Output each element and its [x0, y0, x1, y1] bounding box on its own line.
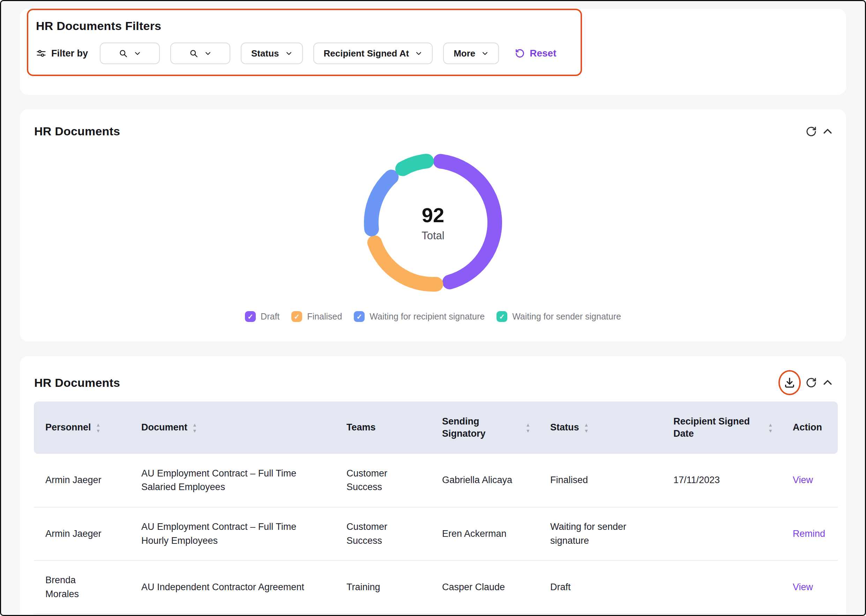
cell-status: Draft	[539, 561, 662, 614]
legend-label: Waiting for sender signature	[512, 311, 621, 322]
filters-title: HR Documents Filters	[36, 19, 572, 33]
column-header-sending-signatory[interactable]: Sending Signatory▲▼	[431, 401, 539, 454]
reset-icon	[515, 49, 525, 58]
sort-icon[interactable]: ▲▼	[584, 423, 589, 433]
table-body: Armin JaegerAU Employment Contract – Ful…	[34, 454, 838, 614]
total-value: 92	[422, 203, 445, 227]
refresh-button[interactable]	[806, 126, 817, 137]
cell-action: View	[781, 454, 838, 507]
table-card: HR Documents	[20, 356, 846, 616]
chevron-down-icon	[415, 50, 422, 57]
cell-recipient-signed-date	[662, 561, 781, 614]
column-header-document[interactable]: Document▲▼	[130, 401, 335, 454]
dropdown-label: More	[454, 48, 475, 59]
chevron-down-icon	[285, 50, 292, 57]
sliders-icon	[36, 48, 46, 58]
sort-icon[interactable]: ▲▼	[192, 423, 197, 433]
chart-card: HR Documents 92 Total	[20, 109, 846, 341]
sort-icon[interactable]: ▲▼	[768, 423, 773, 433]
column-label: Teams	[346, 421, 376, 434]
legend-checkbox[interactable]: ✓	[354, 311, 365, 322]
chevron-down-icon	[134, 50, 141, 57]
sort-icon[interactable]: ▲▼	[96, 423, 101, 433]
legend-checkbox[interactable]: ✓	[497, 311, 507, 322]
cell-recipient-signed-date	[662, 507, 781, 561]
chart-card-title: HR Documents	[34, 124, 120, 138]
reset-label: Reset	[530, 48, 556, 59]
filter-by: Filter by	[36, 48, 88, 59]
refresh-icon	[806, 377, 817, 388]
cell-action: Remind	[781, 507, 838, 561]
cell-document: AU Independent Contractor Agreement	[130, 561, 335, 614]
hr-documents-table: Personnel▲▼Document▲▼TeamsSending Signat…	[34, 401, 838, 614]
action-link-view[interactable]: View	[793, 475, 813, 485]
action-link-remind[interactable]: Remind	[793, 528, 825, 539]
legend-item-waiting-for-sender-signature: ✓Waiting for sender signature	[497, 311, 621, 322]
download-button[interactable]	[784, 377, 795, 388]
cell-sending-signatory: Gabriella Alicaya	[431, 454, 539, 507]
chart-card-actions	[806, 126, 833, 137]
column-label: Recipient Signed Date	[673, 415, 763, 440]
legend-item-finalised: ✓Finalised	[291, 311, 342, 322]
table-card-actions	[778, 370, 833, 395]
column-header-teams: Teams	[335, 401, 431, 454]
cell-personnel: Brenda Morales	[34, 561, 130, 614]
filter-dropdown-more[interactable]: More	[443, 42, 499, 64]
filter-dropdowns: StatusRecipient Signed AtMore	[100, 42, 499, 64]
total-label: Total	[421, 229, 444, 242]
table-row: Armin JaegerAU Employment Contract – Ful…	[34, 454, 838, 507]
sort-icon[interactable]: ▲▼	[525, 423, 530, 433]
donut-center: 92 Total	[356, 146, 510, 299]
page: HR Documents Filters Filter by StatusRec…	[0, 0, 866, 616]
refresh-button[interactable]	[806, 377, 817, 388]
cell-sending-signatory: Casper Claude	[431, 561, 539, 614]
filter-dropdown-search-1[interactable]	[100, 42, 160, 64]
chevron-down-icon	[204, 50, 211, 57]
cell-personnel: Armin Jaeger	[34, 454, 130, 507]
column-header-status[interactable]: Status▲▼	[539, 401, 662, 454]
chart-legend: ✓Draft✓Finalised✓Waiting for recipient s…	[20, 311, 846, 322]
chevron-down-icon	[481, 50, 489, 57]
cell-teams: Customer Success	[335, 507, 431, 561]
cell-action: View	[781, 561, 838, 614]
cell-status: Waiting for sender signature	[539, 507, 662, 561]
action-link-view[interactable]: View	[793, 582, 813, 592]
filters-card: HR Documents Filters Filter by StatusRec…	[20, 9, 846, 95]
cell-document: AU Employment Contract – Full Time Hourl…	[130, 507, 335, 561]
cell-sending-signatory: Eren Ackerman	[431, 507, 539, 561]
search-icon	[119, 49, 128, 58]
filter-dropdown-search-2[interactable]	[170, 42, 230, 64]
filter-row: Filter by StatusRecipient Signed AtMore …	[36, 42, 572, 64]
legend-label: Finalised	[307, 311, 342, 322]
donut-chart: 92 Total	[356, 146, 510, 299]
chevron-up-icon	[822, 377, 833, 388]
table-card-title: HR Documents	[34, 376, 120, 390]
filter-dropdown-recipient-signed-at[interactable]: Recipient Signed At	[313, 42, 433, 64]
collapse-button[interactable]	[822, 377, 833, 388]
legend-label: Waiting for recipient signature	[369, 311, 485, 322]
cell-document: AU Employment Contract – Full Time Salar…	[130, 454, 335, 507]
column-header-personnel[interactable]: Personnel▲▼	[34, 401, 130, 454]
refresh-icon	[806, 126, 817, 137]
chart-card-header: HR Documents	[20, 109, 846, 138]
column-label: Personnel	[46, 421, 91, 434]
filter-dropdown-status[interactable]: Status	[241, 42, 302, 64]
cell-teams: Customer Success	[335, 454, 431, 507]
cell-personnel: Armin Jaeger	[34, 507, 130, 561]
collapse-button[interactable]	[822, 126, 833, 137]
legend-label: Draft	[261, 311, 280, 322]
legend-checkbox[interactable]: ✓	[291, 311, 302, 322]
reset-button[interactable]: Reset	[515, 48, 556, 59]
legend-checkbox[interactable]: ✓	[245, 311, 256, 322]
column-label: Action	[793, 421, 822, 434]
column-label: Document	[141, 421, 187, 434]
column-header-recipient-signed-date[interactable]: Recipient Signed Date▲▼	[662, 401, 781, 454]
dropdown-label: Status	[251, 48, 279, 59]
dropdown-label: Recipient Signed At	[324, 48, 409, 59]
table-card-header: HR Documents	[20, 356, 846, 395]
legend-item-draft: ✓Draft	[245, 311, 280, 322]
filter-by-label: Filter by	[51, 48, 88, 59]
cell-status: Finalised	[539, 454, 662, 507]
column-header-action: Action	[781, 401, 838, 454]
cell-teams: Training	[335, 561, 431, 614]
